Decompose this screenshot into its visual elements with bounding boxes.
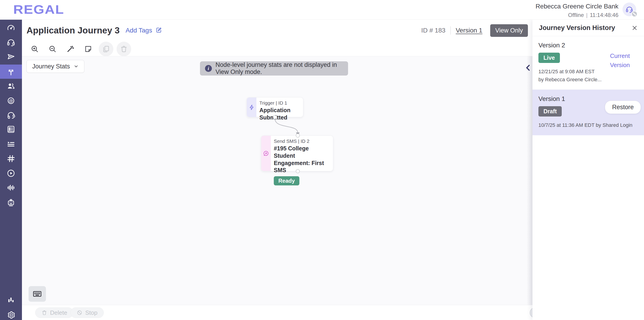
trigger-output-port[interactable] (273, 115, 277, 119)
play-circle-icon (6, 169, 16, 178)
waveform-icon (6, 183, 16, 192)
version-item-1[interactable]: Version 1 Draft 10/7/25 at 11:36 AM EDT … (532, 90, 644, 135)
copy-button[interactable] (99, 42, 113, 56)
sidebar-item-media[interactable] (0, 167, 22, 180)
agent-headset-icon (6, 111, 16, 120)
zoom-out-icon (48, 45, 57, 53)
keyboard-icon (32, 289, 42, 299)
sidebar-item-reporting[interactable] (0, 293, 22, 307)
regal-logo: REGAL (13, 2, 64, 17)
journey-id: ID # 183 (421, 27, 446, 34)
send-sms-node[interactable]: Send SMS | ID 2 #195 College Student Eng… (261, 135, 333, 171)
status-timer: 11:14:48:46 (590, 12, 618, 18)
sms-output-port[interactable] (296, 169, 300, 173)
target-icon: @ (6, 96, 16, 105)
sidebar-item-settings[interactable] (0, 308, 22, 320)
version-link[interactable]: Version 1 (456, 27, 482, 34)
version-status-badge: Draft (538, 106, 562, 116)
topbar: REGAL Rebecca Greene Circle Bank Offline… (0, 0, 644, 20)
trigger-node[interactable]: Trigger | ID 1 Application Submitted (246, 97, 303, 117)
journey-stats-label: Journey Stats (32, 63, 70, 70)
journey-footer: Delete Stop (22, 305, 532, 320)
version-timestamp: 10/7/25 at 11:36 AM EDT by Shared Login (538, 121, 638, 129)
magic-wand-icon (66, 45, 74, 53)
agent-status: Offline|11:14:48:46 (536, 12, 618, 18)
journey-header: Application Journey 3 Add Tags ID # 183 … (22, 20, 532, 56)
panel-title: Journey Version History (539, 24, 615, 32)
info-icon: i (205, 65, 212, 72)
panel-close-button[interactable] (632, 25, 638, 31)
sidebar-item-dashboard[interactable] (0, 21, 22, 35)
sidebar-item-forms[interactable] (0, 122, 22, 136)
trigger-node-strip (247, 97, 256, 117)
current-version-link[interactable]: Current Version (600, 51, 630, 70)
version-history-panel: Journey Version History Version 2 Live 1… (532, 20, 644, 320)
gear-icon (6, 310, 16, 319)
app-root: REGAL Rebecca Greene Circle Bank Offline… (0, 0, 644, 320)
version-item-2[interactable]: Version 2 Live 12/21/25 at 9:08 AM EST b… (532, 36, 644, 90)
hash-icon (6, 154, 16, 163)
node-title: Application Submitted (260, 107, 299, 121)
banner-text: Node-level journey stats are not display… (216, 61, 343, 76)
lightning-icon (248, 104, 255, 111)
restore-button[interactable]: Restore (605, 101, 641, 114)
journey-stats-dropdown[interactable]: Journey Stats (26, 60, 84, 73)
node-type-label: Send SMS | ID 2 (274, 138, 329, 144)
headset-icon (6, 38, 16, 47)
sidebar-item-segments[interactable]: @ (0, 94, 22, 108)
panel-header: Journey Version History (532, 20, 644, 36)
stop-journey-button[interactable]: Stop (70, 307, 104, 318)
magic-wand-button[interactable] (63, 42, 78, 56)
sms-input-port[interactable] (296, 133, 300, 137)
dashboard-icon (6, 23, 16, 33)
add-tags-link[interactable]: Add Tags (126, 27, 152, 34)
divider (450, 26, 451, 35)
trash-icon (41, 310, 47, 316)
prohibition-icon (76, 310, 82, 316)
title-right-group: ID # 183 Version 1 View Only (421, 24, 528, 37)
journeys-branch-icon (6, 67, 16, 76)
sidebar-item-keywords[interactable] (0, 152, 22, 166)
chevron-down-icon (74, 64, 78, 69)
panel-shadow (526, 56, 532, 320)
version-status-badge: Live (538, 53, 560, 63)
canvas-toolbar (28, 42, 131, 56)
status-text: Offline (568, 12, 584, 18)
bar-chart-icon (6, 295, 16, 304)
trash-button[interactable] (116, 42, 131, 56)
keyboard-shortcuts-button[interactable] (28, 286, 46, 302)
trash-icon (120, 45, 128, 53)
user-block: Rebecca Greene Circle Bank Offline|11:14… (536, 3, 618, 18)
users-icon (6, 81, 16, 90)
sidebar-item-agents[interactable] (0, 108, 22, 122)
edit-pencil-icon (156, 27, 162, 33)
title-row: Application Journey 3 Add Tags ID # 183 … (26, 24, 528, 37)
journey-canvas[interactable]: Journey Stats i Node-level journey stats… (22, 56, 532, 320)
account-name: Rebecca Greene Circle Bank (536, 3, 618, 10)
edit-title-button[interactable] (156, 27, 162, 34)
send-icon (6, 52, 16, 61)
panel-collapse-button[interactable] (523, 63, 534, 73)
node-edge (22, 56, 532, 320)
sidebar-item-journeys[interactable] (0, 65, 22, 79)
task-list-icon (6, 140, 16, 149)
zoom-out-button[interactable] (45, 42, 60, 56)
sidebar-item-audiences[interactable] (0, 79, 22, 93)
close-icon (632, 25, 638, 31)
sticky-note-button[interactable] (81, 42, 96, 56)
sidebar-item-calls[interactable] (0, 36, 22, 49)
stop-label: Stop (85, 309, 98, 316)
delete-label: Delete (50, 309, 67, 316)
sidebar-item-voice[interactable] (0, 181, 22, 195)
sidebar-item-ai-agents[interactable] (0, 196, 22, 209)
sticky-note-icon (84, 45, 92, 53)
headset-avatar[interactable] (622, 3, 636, 16)
node-type-label: Trigger | ID 1 (260, 100, 299, 106)
sidebar-item-campaigns[interactable] (0, 50, 22, 64)
node-status-badge: Ready (274, 176, 300, 185)
sms-node-strip (261, 136, 271, 171)
zoom-in-button[interactable] (28, 42, 42, 56)
sidebar-item-tasks[interactable] (0, 137, 22, 151)
view-only-button[interactable]: View Only (490, 24, 528, 37)
delete-journey-button[interactable]: Delete (35, 307, 73, 318)
